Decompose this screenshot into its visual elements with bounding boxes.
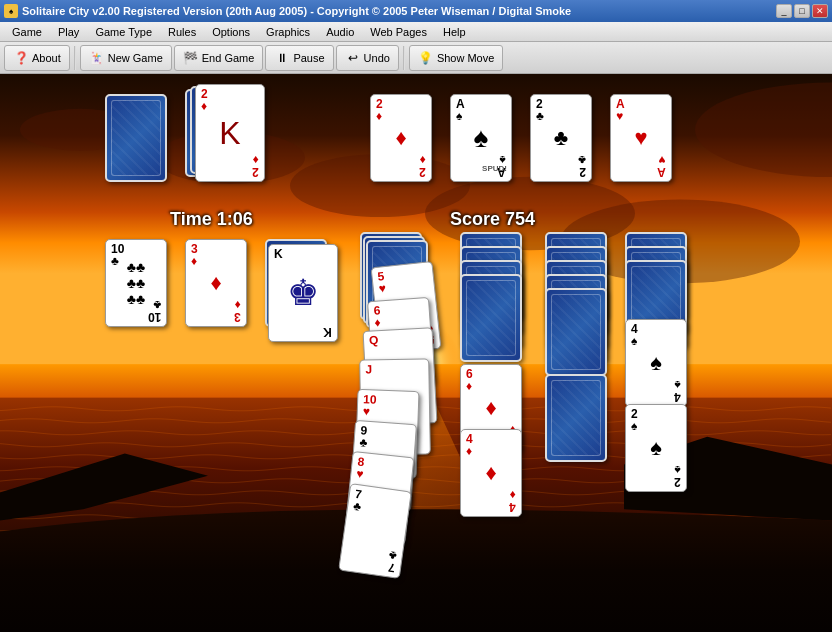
foundation-1[interactable]: 2♦ ♦ 2♦ [370, 94, 432, 182]
foundation-4[interactable]: A♥ ♥ A♥ [610, 94, 672, 182]
show-move-icon: 💡 [418, 50, 434, 66]
tableau-col6-back5 [545, 288, 607, 376]
waste-pile-top[interactable]: 2♦ K 2♦ [195, 84, 265, 182]
separator-1 [74, 46, 76, 70]
menu-audio[interactable]: Audio [318, 24, 362, 40]
title-bar-left: ♠ Solitaire City v2.00 Registered Versio… [4, 4, 571, 18]
tableau-col5-back4 [460, 274, 522, 362]
menu-rules[interactable]: Rules [160, 24, 204, 40]
about-button[interactable]: ❓ About [4, 45, 70, 71]
close-button[interactable]: ✕ [812, 4, 828, 18]
new-game-button[interactable]: 🃏 New Game [80, 45, 172, 71]
minimize-button[interactable]: _ [776, 4, 792, 18]
pause-button[interactable]: ⏸ Pause [265, 45, 333, 71]
show-move-button[interactable]: 💡 Show Move [409, 45, 503, 71]
menu-options[interactable]: Options [204, 24, 258, 40]
game-area[interactable]: Time 1:06 Score 754 2♦ K 2♦ 2♦ ♦ 2♦ A♠ ♠… [0, 74, 832, 632]
menu-game-type[interactable]: Game Type [87, 24, 160, 40]
foundation-3[interactable]: 2♣ ♣ 2♣ [530, 94, 592, 182]
end-game-button[interactable]: 🏁 End Game [174, 45, 264, 71]
undo-icon: ↩ [345, 50, 361, 66]
undo-button[interactable]: ↩ Undo [336, 45, 399, 71]
time-display: Time 1:06 [170, 209, 253, 230]
about-icon: ❓ [13, 50, 29, 66]
menu-graphics[interactable]: Graphics [258, 24, 318, 40]
title-bar: ♠ Solitaire City v2.00 Registered Versio… [0, 0, 832, 22]
title-text: Solitaire City v2.00 Registered Version … [22, 5, 571, 17]
new-game-icon: 🃏 [89, 50, 105, 66]
tableau-col7-2s[interactable]: 2♠ ♠ 2♠ [625, 404, 687, 492]
maximize-button[interactable]: □ [794, 4, 810, 18]
title-buttons: _ □ ✕ [776, 4, 828, 18]
tableau-col7-4s[interactable]: 4♠ ♠ 4♠ [625, 319, 687, 407]
waste-top-value-bottom: 2♦ [252, 154, 259, 178]
tableau-col4-7c[interactable]: 7♣ 7♣ [338, 483, 412, 579]
app-icon: ♠ [4, 4, 18, 18]
menu-web-pages[interactable]: Web Pages [362, 24, 435, 40]
end-game-icon: 🏁 [183, 50, 199, 66]
pause-icon: ⏸ [274, 50, 290, 66]
waste-top-value: 2♦ [201, 88, 208, 112]
foundation-2[interactable]: A♠ ♠ A♠ SPUD! [450, 94, 512, 182]
tableau-col3-king[interactable]: K ♚ K [268, 244, 338, 342]
score-display: Score 754 [450, 209, 535, 230]
menu-play[interactable]: Play [50, 24, 87, 40]
menu-game[interactable]: Game [4, 24, 50, 40]
tableau-col1-card1[interactable]: 10♣ ♣♣♣♣♣♣ 10♣ [105, 239, 167, 327]
toolbar: ❓ About 🃏 New Game 🏁 End Game ⏸ Pause ↩ … [0, 42, 832, 74]
menu-bar: Game Play Game Type Rules Options Graphi… [0, 22, 832, 42]
tableau-col6-back6 [545, 374, 607, 462]
separator-2 [403, 46, 405, 70]
tableau-col2-card1[interactable]: 3♦ ♦ 3♦ [185, 239, 247, 327]
stock-pile[interactable] [105, 94, 167, 182]
tableau-col5-4d[interactable]: 4♦ ♦ 4♦ [460, 429, 522, 517]
menu-help[interactable]: Help [435, 24, 474, 40]
